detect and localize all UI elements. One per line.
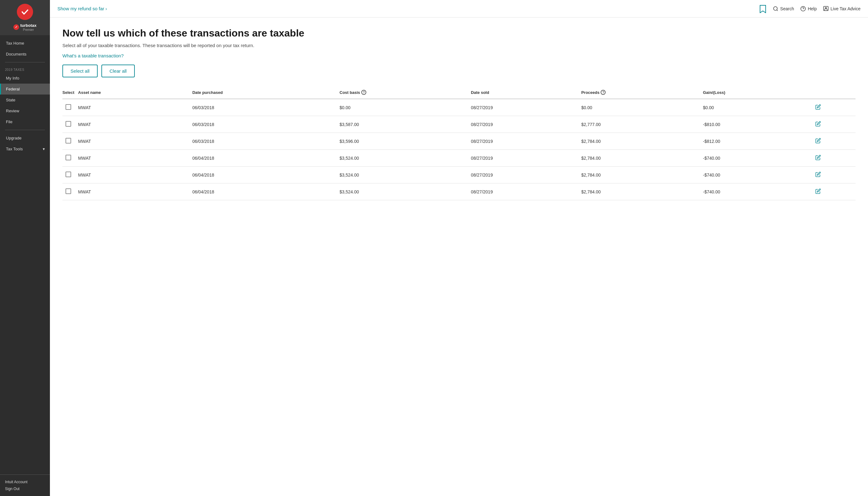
edit-icon-5[interactable] (815, 188, 821, 194)
content-area: Now tell us which of these transactions … (50, 17, 868, 496)
clear-all-button[interactable]: Clear all (102, 65, 135, 77)
search-button[interactable]: Search (773, 6, 794, 12)
intuit-account-link[interactable]: Intuit Account (5, 479, 45, 485)
table-row: MWAT 06/04/2018 $3,524.00 08/27/2019 $2,… (62, 183, 855, 200)
live-tax-button[interactable]: Live Tax Advice (823, 6, 861, 12)
row-proceeds-4: $2,784.00 (581, 167, 703, 183)
select-all-button[interactable]: Select all (62, 65, 98, 77)
row-asset-4: MWAT (78, 167, 192, 183)
row-date-purchased-0: 06/03/2018 (192, 99, 339, 116)
page-title: Now tell us which of these transactions … (62, 28, 855, 39)
checkmark-circle (17, 4, 33, 20)
sidebar-item-tax-tools[interactable]: Tax Tools ▾ (0, 143, 50, 154)
refund-link[interactable]: Show my refund so far › (58, 6, 107, 11)
row-cost-basis-5: $3,524.00 (339, 183, 471, 200)
row-cost-basis-2: $3,596.00 (339, 133, 471, 150)
row-date-sold-4: 08/27/2019 (471, 167, 581, 183)
row-proceeds-1: $2,777.00 (581, 116, 703, 133)
row-cost-basis-0: $0.00 (339, 99, 471, 116)
user-icon (823, 6, 829, 12)
row-date-sold-3: 08/27/2019 (471, 150, 581, 167)
chevron-right-icon: › (106, 6, 107, 11)
row-edit-4 (815, 167, 855, 183)
sidebar-item-review[interactable]: Review (0, 106, 50, 117)
taxable-transaction-link[interactable]: What's a taxable transaction? (62, 53, 124, 58)
row-checkbox-cell (62, 150, 78, 167)
sidebar-item-federal[interactable]: Federal (0, 83, 50, 94)
sign-out-link[interactable]: Sign Out (5, 485, 45, 492)
svg-line-1 (777, 10, 777, 11)
col-cost-basis: Cost basis ? (339, 86, 471, 99)
row-checkbox-1[interactable] (65, 121, 71, 127)
row-proceeds-5: $2,784.00 (581, 183, 703, 200)
row-gain-loss-4: -$740.00 (703, 167, 815, 183)
main-area: Show my refund so far › Search Help (50, 0, 868, 496)
top-bar: Show my refund so far › Search Help (50, 0, 868, 17)
table-row: MWAT 06/03/2018 $3,596.00 08/27/2019 $2,… (62, 133, 855, 150)
row-gain-loss-0: $0.00 (703, 99, 815, 116)
edit-icon-4[interactable] (815, 172, 821, 177)
row-checkbox-cell (62, 116, 78, 133)
row-date-purchased-1: 06/03/2018 (192, 116, 339, 133)
sidebar: ✓ turbotax Premier Tax Home Documents 20… (0, 0, 50, 496)
row-date-purchased-3: 06/04/2018 (192, 150, 339, 167)
edit-icon-3[interactable] (815, 155, 821, 160)
row-edit-5 (815, 183, 855, 200)
sidebar-item-file[interactable]: File (0, 117, 50, 127)
row-gain-loss-1: -$810.00 (703, 116, 815, 133)
turbotax-icon: ✓ (13, 24, 19, 30)
row-date-sold-1: 08/27/2019 (471, 116, 581, 133)
row-gain-loss-3: -$740.00 (703, 150, 815, 167)
sidebar-item-my-info[interactable]: My Info (0, 73, 50, 83)
row-date-purchased-4: 06/04/2018 (192, 167, 339, 183)
col-date-sold: Date sold (471, 86, 581, 99)
sidebar-item-tax-home[interactable]: Tax Home (0, 38, 50, 49)
row-edit-3 (815, 150, 855, 167)
edit-icon-0[interactable] (815, 104, 821, 110)
edit-icon-2[interactable] (815, 138, 821, 143)
row-asset-2: MWAT (78, 133, 192, 150)
row-checkbox-cell (62, 167, 78, 183)
row-checkbox-cell (62, 183, 78, 200)
row-checkbox-0[interactable] (65, 104, 71, 110)
top-bar-left: Show my refund so far › (58, 6, 107, 11)
row-cost-basis-1: $3,587.00 (339, 116, 471, 133)
table-row: MWAT 06/04/2018 $3,524.00 08/27/2019 $2,… (62, 150, 855, 167)
edit-icon-1[interactable] (815, 121, 821, 127)
cost-basis-info-icon[interactable]: ? (361, 90, 366, 95)
row-asset-0: MWAT (78, 99, 192, 116)
row-date-purchased-2: 06/03/2018 (192, 133, 339, 150)
row-checkbox-2[interactable] (65, 138, 71, 143)
sidebar-item-state[interactable]: State (0, 94, 50, 106)
sidebar-item-upgrade[interactable]: Upgrade (0, 133, 50, 143)
svg-point-0 (773, 6, 777, 10)
page-subtitle: Select all of your taxable transactions.… (62, 43, 855, 48)
row-edit-1 (815, 116, 855, 133)
row-gain-loss-2: -$812.00 (703, 133, 815, 150)
help-button[interactable]: Help (800, 6, 817, 12)
turbotax-tier: Premier (20, 28, 36, 31)
row-checkbox-cell (62, 99, 78, 116)
row-checkbox-3[interactable] (65, 155, 71, 160)
row-date-sold-2: 08/27/2019 (471, 133, 581, 150)
action-buttons: Select all Clear all (62, 65, 855, 77)
row-asset-1: MWAT (78, 116, 192, 133)
sidebar-nav: Tax Home Documents 2019 TAXES My Info Fe… (0, 35, 50, 475)
table-row: MWAT 06/03/2018 $0.00 08/27/2019 $0.00 $… (62, 99, 855, 116)
col-gain-loss: Gain/(Loss) (703, 86, 815, 99)
row-gain-loss-5: -$740.00 (703, 183, 815, 200)
row-date-sold-0: 08/27/2019 (471, 99, 581, 116)
row-checkbox-5[interactable] (65, 188, 71, 194)
sidebar-bottom: Intuit Account Sign Out (0, 475, 50, 496)
row-date-sold-5: 08/27/2019 (471, 183, 581, 200)
row-checkbox-4[interactable] (65, 172, 71, 177)
row-checkbox-cell (62, 133, 78, 150)
table-row: MWAT 06/03/2018 $3,587.00 08/27/2019 $2,… (62, 116, 855, 133)
top-bar-right: Search Help Live Tax Advice (759, 4, 861, 13)
row-asset-3: MWAT (78, 150, 192, 167)
col-date-purchased: Date purchased (192, 86, 339, 99)
sidebar-item-documents[interactable]: Documents (0, 49, 50, 60)
row-edit-2 (815, 133, 855, 150)
bookmark-icon[interactable] (759, 4, 766, 13)
proceeds-info-icon[interactable]: ? (601, 90, 606, 95)
